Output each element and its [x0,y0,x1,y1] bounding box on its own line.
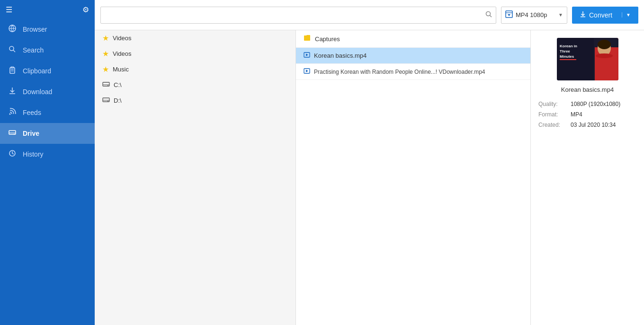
hdd-icon [102,80,110,89]
sidebar-item-label: Feeds [23,109,41,116]
preview-meta: Quality: 1080P (1920x1080) Format: MP4 C… [538,101,636,132]
preview-panel: Korean in Three Minutes Korean basics.mp… [530,30,644,325]
quality-value: 1080P (1920x1080) [571,101,620,107]
folder-icon [304,34,311,44]
sidebar-item-label: Drive [23,130,39,137]
drive-icon [8,129,17,138]
hamburger-icon[interactable]: ☰ [6,5,12,14]
svg-rect-11 [9,131,16,134]
svg-text:Three: Three [560,49,570,53]
file-item-captures[interactable]: Captures [296,30,530,48]
browser-icon [8,25,17,34]
format-meta-value: MP4 [571,111,582,118]
quality-label: Quality: [538,101,567,107]
format-label: MP4 1080p [516,11,555,18]
sidebar-header: ☰ ⚙ [0,0,95,19]
folder-panel: ★ Videos ★ Videos ★ Music C:\ [95,30,296,325]
star-icon: ★ [102,49,109,58]
search-bar [100,7,496,24]
svg-point-2 [9,46,14,51]
sidebar: ☰ ⚙ Browser Search [0,0,95,325]
svg-point-15 [486,12,491,16]
file-item-label: Captures [315,35,340,43]
preview-thumbnail: Korean in Three Minutes [557,38,618,80]
folder-item-music[interactable]: ★ Music [95,61,295,77]
sidebar-item-clipboard[interactable]: Clipboard [0,61,95,81]
sidebar-item-label: Clipboard [23,67,51,75]
preview-filename: Korean basics.mp4 [561,86,614,93]
sidebar-item-search[interactable]: Search [0,40,95,61]
svg-rect-36 [596,55,613,80]
sidebar-item-label: Search [23,46,44,54]
sidebar-item-download[interactable]: Download [0,81,95,102]
sidebar-item-label: Download [23,88,52,96]
svg-point-24 [107,85,108,86]
sidebar-item-label: History [23,150,44,158]
convert-label: Convert [589,11,612,19]
format-dropdown-icon: ▼ [558,12,563,18]
svg-point-37 [596,53,613,58]
folder-item-c-drive[interactable]: C:\ [95,77,295,93]
svg-rect-4 [10,68,15,73]
folder-item-label: C:\ [114,81,122,88]
clipboard-icon [8,66,17,76]
folder-item-label: Videos [113,35,132,42]
folder-item-videos-fav[interactable]: ★ Videos [95,30,295,46]
format-meta-label: Format: [538,111,567,118]
video-file-icon [304,68,310,76]
meta-format-row: Format: MP4 [538,111,636,118]
search-submit-icon[interactable] [485,11,492,19]
topbar: MP4 1080p ▼ Convert ▼ [95,0,644,30]
format-icon [505,10,513,19]
folder-item-label: Videos [113,50,132,57]
star-icon: ★ [102,34,109,43]
file-panel: Captures Korean basics.mp4 [296,30,530,325]
file-item-label: Practising Korean with Random People Onl… [314,69,485,75]
sidebar-item-feeds[interactable]: Feeds [0,102,95,123]
sidebar-item-history[interactable]: History [0,144,95,165]
svg-marker-29 [306,54,308,56]
created-value: 03 Jul 2020 10:34 [571,122,616,128]
convert-button[interactable]: Convert ▼ [572,7,638,24]
file-item-practising-korean[interactable]: Practising Korean with Random People Onl… [296,64,530,80]
meta-created-row: Created: 03 Jul 2020 10:34 [538,122,636,128]
svg-marker-19 [508,14,510,16]
convert-icon [580,11,586,19]
history-icon [8,149,17,159]
svg-text:Minutes: Minutes [560,54,574,59]
video-file-icon [304,52,310,60]
svg-line-16 [490,16,492,18]
folder-item-videos[interactable]: ★ Videos [95,46,295,61]
folder-item-d-drive[interactable]: D:\ [95,93,295,108]
folder-item-label: Music [113,66,129,73]
browser-area: ★ Videos ★ Videos ★ Music C:\ [95,30,644,325]
file-item-korean-basics[interactable]: Korean basics.mp4 [296,48,530,64]
svg-point-27 [107,101,108,102]
convert-dropdown-arrow: ▼ [622,12,631,18]
svg-point-35 [598,40,611,49]
svg-marker-31 [306,70,308,72]
svg-text:Korean in: Korean in [560,44,577,48]
main-content: MP4 1080p ▼ Convert ▼ ★ Videos ★ [95,0,644,325]
feeds-icon [8,108,17,117]
search-input[interactable] [105,11,485,18]
file-item-label: Korean basics.mp4 [314,52,367,59]
svg-point-13 [14,134,15,135]
format-selector[interactable]: MP4 1080p ▼ [501,7,567,24]
sidebar-item-label: Browser [23,26,47,33]
search-nav-icon [8,45,17,55]
sidebar-item-drive[interactable]: Drive [0,123,95,144]
hdd-icon [102,96,110,105]
download-icon [8,87,17,97]
folder-item-label: D:\ [114,97,122,104]
svg-line-3 [13,50,15,52]
settings-icon[interactable]: ⚙ [82,5,89,14]
star-icon: ★ [102,65,109,74]
meta-quality-row: Quality: 1080P (1920x1080) [538,101,636,107]
created-label: Created: [538,122,567,128]
sidebar-item-browser[interactable]: Browser [0,19,95,40]
svg-rect-42 [560,59,576,60]
svg-point-10 [9,114,11,115]
